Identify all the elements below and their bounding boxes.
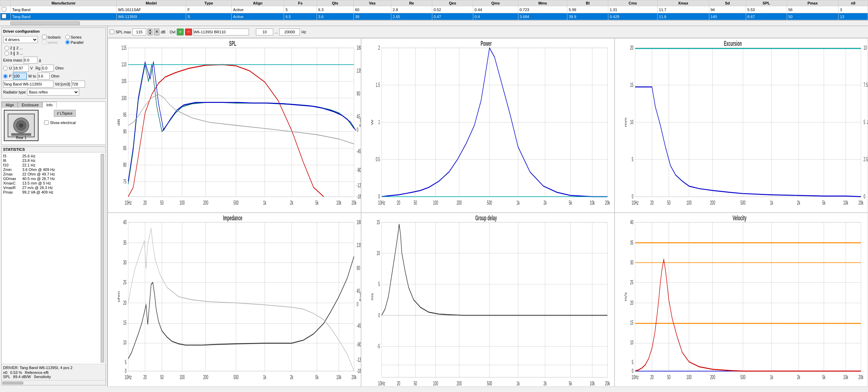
svg-text:200: 200 xyxy=(457,380,462,386)
horizontal-scrollbar[interactable] xyxy=(10,22,80,25)
svg-text:5k: 5k xyxy=(822,374,826,381)
spl-spin-up[interactable]: ▲ xyxy=(148,28,152,32)
extra-mass-row: Extra mass g xyxy=(3,57,104,64)
stat-entry: Zmax22 Ohm @ 49.7 Hz xyxy=(3,172,99,176)
svg-text:110: 110 xyxy=(122,61,127,68)
svg-text:-135: -135 xyxy=(357,182,361,189)
hz-max-input[interactable] xyxy=(279,28,300,35)
row-type: S xyxy=(186,13,232,20)
extra-mass-input[interactable] xyxy=(24,57,37,64)
ovl-name-input[interactable] xyxy=(193,28,249,35)
table-row[interactable]: Tang Band W5-1611SAF F Active 5 6.3 60 2… xyxy=(0,6,868,13)
svg-text:35: 35 xyxy=(123,239,127,246)
svg-text:10Hz: 10Hz xyxy=(378,380,385,386)
tab-align[interactable]: Align xyxy=(2,102,18,108)
col-qms: Qms xyxy=(473,0,518,6)
drivers-count-select[interactable]: 4 drivers 1 driver 2 drivers 3 drivers xyxy=(3,36,38,43)
svg-text:10Hz: 10Hz xyxy=(378,199,385,206)
u-radio[interactable] xyxy=(3,66,8,71)
speaker-section: Align Enclosure Info xyxy=(1,101,106,145)
stats-spl-row: SPL 89.4 dB/W Sensitivity xyxy=(3,375,104,379)
chart-excursion: Excursion 20 15 10 5 0 mm 10 7.5 5 2.5 0… xyxy=(615,38,868,213)
group-delay-svg: Group delay 15 10 5 0 -5 ms 10Hz 20 50 1… xyxy=(361,213,614,387)
isobaric-checkbox[interactable] xyxy=(42,35,47,39)
statistics-scroll[interactable]: f325.6 Hzf623.8 Hzf1022.1 HzZmin3.6 Ohm … xyxy=(3,154,99,362)
series-sub-label: series xyxy=(48,40,58,44)
driver-config-section: Driver configuration 4 drivers 1 driver … xyxy=(1,27,106,99)
show-electrical-checkbox[interactable] xyxy=(44,120,49,125)
spl-val: 89.4 dB/W xyxy=(13,375,31,379)
stat-value: 22 Ohm @ 49.7 Hz xyxy=(22,172,55,176)
radiator-select[interactable]: Bass reflex Closed box Bandpass xyxy=(27,89,79,96)
table-row[interactable]: Tang Band W6-1139SI S Active 6.5 3.6 38 … xyxy=(0,13,868,20)
ltspice-button[interactable]: ℓ LTspice xyxy=(54,110,76,117)
svg-text:10: 10 xyxy=(377,250,380,256)
svg-text:deg: deg xyxy=(359,292,361,301)
spl-spin-down[interactable]: ▼ xyxy=(148,32,152,35)
stats-hscrollbar[interactable] xyxy=(2,382,23,384)
stat-entry: Pmax99.2 VA @ 409 Hz xyxy=(3,190,99,194)
svg-text:50: 50 xyxy=(667,199,670,206)
two-parallel-radio[interactable] xyxy=(5,46,9,50)
ovl-add-button[interactable]: + xyxy=(177,28,184,35)
svg-text:75: 75 xyxy=(123,179,127,185)
spl-max-input[interactable] xyxy=(132,28,146,35)
svg-text:1k: 1k xyxy=(517,380,520,386)
row-n0: 3 xyxy=(838,6,868,13)
parallel-radio[interactable] xyxy=(65,40,70,44)
stats-scrollbar[interactable] xyxy=(101,154,104,362)
svg-text:15: 15 xyxy=(377,219,380,226)
series-sub-checkbox[interactable] xyxy=(42,40,47,44)
w-to-label: W to xyxy=(28,74,36,78)
col-manufacturer: Manufacturer xyxy=(11,0,117,6)
rg-label: Rg xyxy=(35,66,40,70)
svg-text:10Hz: 10Hz xyxy=(125,374,132,381)
p-input[interactable] xyxy=(13,73,27,80)
svg-text:40: 40 xyxy=(123,219,127,226)
series-radio[interactable] xyxy=(65,35,70,39)
p-radio[interactable] xyxy=(3,74,8,79)
rg-input[interactable] xyxy=(42,65,54,72)
svg-text:20k: 20k xyxy=(859,199,863,206)
tab-enclosure[interactable]: Enclosure xyxy=(18,102,42,108)
svg-text:0: 0 xyxy=(357,126,358,133)
row-model: W6-1139SI xyxy=(117,13,186,20)
stat-entry: GDmax40.5 ms @ 26.7 Hz xyxy=(3,177,99,181)
p-row: P W to Ohm xyxy=(3,73,104,80)
col-spl: SPL xyxy=(746,0,787,6)
svg-text:200: 200 xyxy=(710,199,715,206)
svg-text:50: 50 xyxy=(160,374,164,381)
spl-max-checkbox[interactable] xyxy=(110,30,114,34)
svg-text:10: 10 xyxy=(863,44,867,51)
svg-text:5k: 5k xyxy=(569,199,572,206)
w-to-input[interactable] xyxy=(37,73,50,80)
ltspice-area: ℓ LTspice Show electrical xyxy=(44,110,76,125)
svg-text:20: 20 xyxy=(397,380,400,386)
spl-clear-button[interactable]: ✕ xyxy=(154,28,159,35)
svg-text:0.5: 0.5 xyxy=(376,156,380,163)
u-value-input[interactable] xyxy=(13,65,29,72)
vd-input[interactable] xyxy=(71,81,85,88)
two-parallel-label: 2 ‖ 2 ... xyxy=(10,46,23,50)
row-checkbox[interactable] xyxy=(2,7,6,11)
svg-text:115: 115 xyxy=(122,44,127,51)
ovl-remove-button[interactable]: − xyxy=(185,28,192,35)
svg-text:20: 20 xyxy=(650,199,654,206)
stat-key: XmaxC xyxy=(3,181,22,185)
svg-text:0: 0 xyxy=(378,193,380,200)
tab-info[interactable]: Info xyxy=(42,102,56,108)
col-check xyxy=(0,0,11,6)
p-ohm-label: Ohm xyxy=(51,74,59,78)
row-checkbox[interactable] xyxy=(2,14,6,18)
left-panel: Driver configuration 4 drivers 1 driver … xyxy=(0,26,108,387)
driver-name-input[interactable] xyxy=(3,81,53,88)
svg-text:85: 85 xyxy=(123,145,127,152)
three-parallel-radio[interactable] xyxy=(5,51,9,56)
svg-text:30: 30 xyxy=(630,259,634,266)
hz-min-input[interactable] xyxy=(256,28,273,35)
row-spl: 8.67 xyxy=(746,13,787,20)
left-panel-inner: Driver configuration 4 drivers 1 driver … xyxy=(1,27,106,385)
row-sd: 140 xyxy=(709,13,746,20)
isobaric-checkbox-row: Isobaric xyxy=(42,35,61,39)
svg-text:1k: 1k xyxy=(770,374,774,381)
